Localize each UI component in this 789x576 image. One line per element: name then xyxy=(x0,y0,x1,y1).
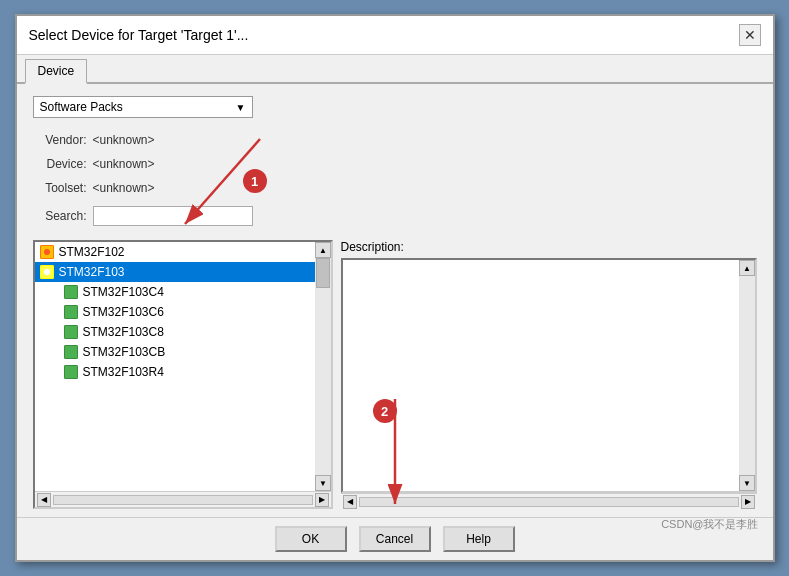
horizontal-scrollbar: ◀ ▶ xyxy=(35,491,331,507)
toolset-row: Toolset: <unknown> xyxy=(33,178,757,198)
device-icon xyxy=(39,244,55,260)
search-label: Search: xyxy=(33,209,87,223)
list-item[interactable]: STM32F103CB xyxy=(35,342,315,362)
main-content: STM32F102STM32F103STM32F103C4STM32F103C6… xyxy=(33,240,757,509)
h-scroll-track xyxy=(53,495,313,505)
device-name: STM32F103C8 xyxy=(83,325,164,339)
bottom-bar: OK Cancel Help xyxy=(17,517,773,560)
device-list-container: STM32F102STM32F103STM32F103C4STM32F103C6… xyxy=(33,240,333,509)
title-bar: Select Device for Target 'Target 1'... ✕ xyxy=(17,16,773,55)
device-label: Device: xyxy=(33,157,87,171)
device-icon xyxy=(63,324,79,340)
top-section: Software Packs ▼ Vendor: <unknown> Devic… xyxy=(33,96,757,226)
help-button[interactable]: Help xyxy=(443,526,515,552)
device-list: STM32F102STM32F103STM32F103C4STM32F103C6… xyxy=(35,242,315,491)
device-name: STM32F103R4 xyxy=(83,365,164,379)
dropdown-arrow-icon: ▼ xyxy=(236,102,246,113)
toolset-label: Toolset: xyxy=(33,181,87,195)
description-label: Description: xyxy=(341,240,757,254)
list-item[interactable]: STM32F103C4 xyxy=(35,282,315,302)
desc-horizontal-scrollbar: ◀ ▶ xyxy=(341,493,757,509)
device-name: STM32F103C4 xyxy=(83,285,164,299)
description-content xyxy=(343,260,739,491)
scroll-right-button[interactable]: ▶ xyxy=(315,493,329,507)
tab-device[interactable]: Device xyxy=(25,59,88,84)
list-item[interactable]: STM32F103 xyxy=(35,262,315,282)
annotation-1: 1 xyxy=(243,169,267,193)
tab-bar: Device xyxy=(17,55,773,84)
desc-h-track xyxy=(359,497,739,507)
device-name: STM32F102 xyxy=(59,245,125,259)
search-input[interactable] xyxy=(93,206,253,226)
desc-scroll-down[interactable]: ▼ xyxy=(739,475,755,491)
close-button[interactable]: ✕ xyxy=(739,24,761,46)
vendor-label: Vendor: xyxy=(33,133,87,147)
list-item[interactable]: STM32F103C6 xyxy=(35,302,315,322)
device-name: STM32F103C6 xyxy=(83,305,164,319)
watermark: CSDN@我不是李胜 xyxy=(661,517,758,532)
device-icon xyxy=(63,364,79,380)
device-icon xyxy=(39,264,55,280)
desc-scroll-right[interactable]: ▶ xyxy=(741,495,755,509)
software-packs-dropdown[interactable]: Software Packs ▼ xyxy=(33,96,253,118)
scrollbar-track xyxy=(315,258,331,475)
device-value: <unknown> xyxy=(93,157,155,171)
list-item[interactable]: STM32F103C8 xyxy=(35,322,315,342)
vertical-scrollbar[interactable]: ▲ ▼ xyxy=(315,242,331,491)
list-item[interactable]: STM32F102 xyxy=(35,242,315,262)
desc-scroll-left[interactable]: ◀ xyxy=(343,495,357,509)
device-name: STM32F103 xyxy=(59,265,125,279)
toolset-value: <unknown> xyxy=(93,181,155,195)
list-with-scrollbar: STM32F102STM32F103STM32F103C4STM32F103C6… xyxy=(35,242,331,491)
search-row: Search: xyxy=(33,206,757,226)
list-item[interactable]: STM32F103R4 xyxy=(35,362,315,382)
scroll-left-button[interactable]: ◀ xyxy=(37,493,51,507)
left-panel: STM32F102STM32F103STM32F103C4STM32F103C6… xyxy=(33,240,333,509)
scroll-up-button[interactable]: ▲ xyxy=(315,242,331,258)
dropdown-row: Software Packs ▼ xyxy=(33,96,757,118)
vendor-value: <unknown> xyxy=(93,133,155,147)
dialog-body: Software Packs ▼ Vendor: <unknown> Devic… xyxy=(17,84,773,517)
device-row: Device: <unknown> xyxy=(33,154,757,174)
vendor-row: Vendor: <unknown> xyxy=(33,130,757,150)
ok-button[interactable]: OK xyxy=(275,526,347,552)
cancel-button[interactable]: Cancel xyxy=(359,526,431,552)
device-icon xyxy=(63,304,79,320)
device-icon xyxy=(63,284,79,300)
dialog-title: Select Device for Target 'Target 1'... xyxy=(29,27,249,43)
scrollbar-thumb[interactable] xyxy=(316,258,330,288)
desc-vertical-scrollbar[interactable]: ▲ ▼ xyxy=(739,260,755,491)
desc-scroll-up[interactable]: ▲ xyxy=(739,260,755,276)
annotation-2: 2 xyxy=(373,399,397,423)
right-panel: Description: ▲ ▼ ◀ ▶ xyxy=(341,240,757,509)
scroll-down-button[interactable]: ▼ xyxy=(315,475,331,491)
main-dialog: Select Device for Target 'Target 1'... ✕… xyxy=(15,14,775,562)
desc-scrollbar-track xyxy=(739,276,755,475)
device-name: STM32F103CB xyxy=(83,345,166,359)
description-box: ▲ ▼ xyxy=(341,258,757,493)
device-icon xyxy=(63,344,79,360)
